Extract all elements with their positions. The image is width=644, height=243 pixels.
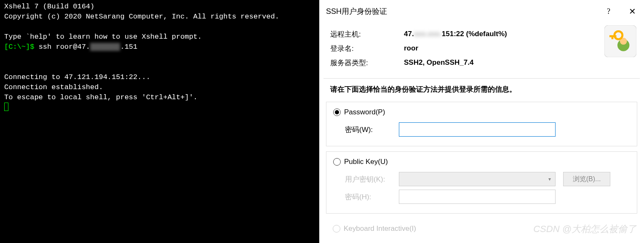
login-label: 登录名: xyxy=(330,44,404,53)
terminal-line: Type `help' to learn how to use Xshell p… xyxy=(4,33,202,41)
ssh-auth-dialog: SSH用户身份验证 ? ✕ 远程主机: 47.xxx.xxx.151:22 (%… xyxy=(319,0,644,243)
password-radio-label: Password(P) xyxy=(344,108,385,116)
password-field-label: 密码(W): xyxy=(345,125,395,135)
key-user-icon xyxy=(604,25,636,57)
password-radio[interactable]: Password(P) xyxy=(333,108,630,116)
dialog-titlebar: SSH用户身份验证 ? ✕ xyxy=(319,0,644,23)
divider xyxy=(323,78,640,79)
help-button[interactable]: ? xyxy=(597,0,620,23)
terminal-line: Connection established. xyxy=(4,83,103,91)
terminal-cmd: .151 xyxy=(120,43,137,51)
publickey-radio[interactable]: Public Key(U) xyxy=(333,158,630,166)
server-type-label: 服务器类型: xyxy=(330,58,404,68)
browse-button[interactable]: 浏览(B)... xyxy=(563,172,610,186)
terminal-cmd-blur: xxx.xxx xyxy=(90,43,120,51)
terminal-line: To escape to local shell, press 'Ctrl+Al… xyxy=(4,93,198,101)
keyboard-interactive-radio[interactable]: Keyboard Interactive(I) xyxy=(333,225,631,233)
host-value: 47.xxx.xxx.151:22 (%default%) xyxy=(404,30,507,38)
close-button[interactable]: ✕ xyxy=(620,0,644,23)
radio-icon xyxy=(333,108,341,116)
publickey-radio-label: Public Key(U) xyxy=(344,158,388,166)
publickey-group: Public Key(U) 用户密钥(K): ▾ 浏览(B)... 密码(H): xyxy=(326,151,637,214)
chevron-down-icon: ▾ xyxy=(548,176,551,182)
terminal-line: Xshell 7 (Build 0164) xyxy=(4,3,94,11)
terminal-line: Copyright (c) 2020 NetSarang Computer, I… xyxy=(4,13,279,21)
instruction-text: 请在下面选择恰当的身份验证方法并提供登录所需的信息。 xyxy=(319,85,644,102)
login-value: roor xyxy=(404,44,418,53)
password-group: Password(P) 密码(W): xyxy=(326,102,637,146)
keyboard-interactive-label: Keyboard Interactive(I) xyxy=(344,225,416,233)
terminal-line: Connecting to 47.121.194.151:22... xyxy=(4,73,150,81)
pk-password-input[interactable] xyxy=(399,190,556,204)
terminal-cursor xyxy=(4,103,8,111)
pk-password-label: 密码(H): xyxy=(345,192,395,202)
radio-icon xyxy=(333,225,340,232)
userkey-label: 用户密钥(K): xyxy=(345,174,395,184)
terminal-prompt: [C:\~]$ xyxy=(4,43,39,51)
userkey-combo[interactable]: ▾ xyxy=(399,172,556,186)
keyboard-interactive-group: Keyboard Interactive(I) xyxy=(326,219,637,239)
host-label: 远程主机: xyxy=(330,29,404,39)
radio-icon xyxy=(333,158,341,166)
dialog-title: SSH用户身份验证 xyxy=(326,6,387,16)
terminal-cmd: ssh roor@47. xyxy=(39,43,90,51)
password-input[interactable] xyxy=(399,122,556,137)
server-type-value: SSH2, OpenSSH_7.4 xyxy=(404,58,473,67)
terminal[interactable]: Xshell 7 (Build 0164) Copyright (c) 2020… xyxy=(0,0,319,243)
connection-info: 远程主机: 47.xxx.xxx.151:22 (%default%) 登录名:… xyxy=(319,23,644,78)
